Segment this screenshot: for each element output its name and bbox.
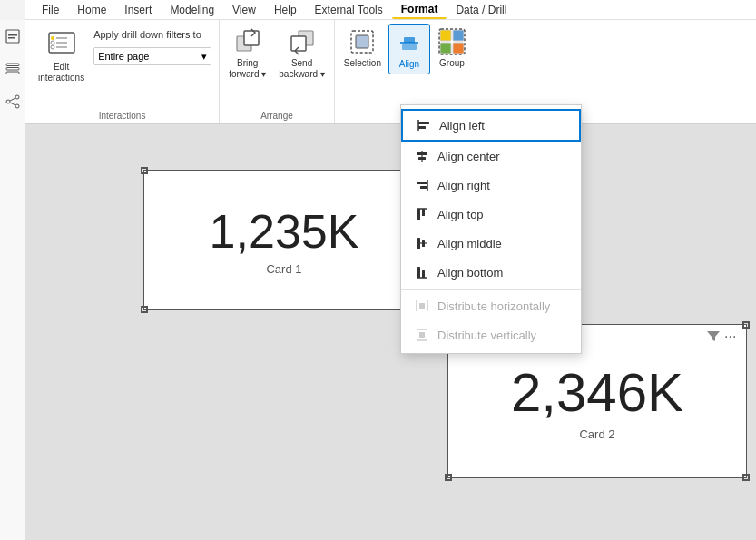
align-icon: [395, 28, 424, 57]
svg-point-8: [15, 104, 19, 108]
svg-point-6: [6, 100, 10, 103]
card1-label: Card 1: [266, 262, 301, 276]
menu-file[interactable]: File: [33, 2, 68, 18]
align-button[interactable]: Align: [388, 24, 430, 74]
handle-tl: [141, 167, 148, 174]
svg-rect-2: [8, 37, 15, 39]
align-bottom-item[interactable]: Align bottom: [401, 258, 581, 287]
svg-rect-4: [6, 68, 19, 71]
bring-forward-button[interactable]: Bringforward ▾: [223, 24, 271, 83]
menu-insert[interactable]: Insert: [115, 2, 161, 18]
distribute-v-label: Distribute vertically: [437, 329, 536, 342]
card1[interactable]: 1,235K Card 1: [143, 170, 425, 310]
svg-point-15: [51, 41, 54, 44]
arrange-label: Arrange: [223, 111, 330, 123]
svg-rect-45: [420, 186, 427, 189]
apply-drill-text: Apply drill down filters to: [93, 29, 211, 41]
align-left-item[interactable]: Align left: [401, 109, 581, 142]
svg-rect-27: [440, 30, 451, 41]
align-top-label: Align top: [437, 208, 484, 221]
svg-rect-38: [418, 126, 426, 129]
distribute-h-icon: [414, 298, 430, 314]
align-bottom-label: Align bottom: [437, 266, 503, 280]
handle-bl: [141, 306, 148, 313]
svg-rect-42: [418, 157, 426, 160]
sidebar-icon-report[interactable]: [4, 27, 22, 45]
card2-filter-icon[interactable]: [706, 329, 721, 343]
canvas[interactable]: 1,235K Card 1 2,346K Card 2 ···: [25, 124, 756, 540]
align-top-item[interactable]: Align top: [401, 200, 581, 229]
svg-rect-37: [418, 122, 429, 124]
svg-rect-30: [453, 43, 464, 54]
card2-value: 2,346K: [511, 361, 683, 424]
svg-rect-29: [440, 43, 451, 54]
arrange-section: Bringforward ▾ Sendbackward ▾ Arrange: [220, 20, 335, 123]
svg-point-7: [15, 95, 19, 99]
send-backward-label: Sendbackward ▾: [279, 58, 325, 80]
group-icon: [437, 27, 466, 56]
card2-more-options[interactable]: ···: [724, 329, 736, 345]
interactions-label: Interactions: [33, 111, 211, 123]
menu-external-tools[interactable]: External Tools: [306, 2, 392, 18]
align-bottom-icon: [414, 264, 430, 280]
svg-rect-0: [6, 30, 19, 43]
svg-rect-26: [402, 44, 417, 50]
edit-interactions-button[interactable]: Edit interactions: [33, 24, 90, 87]
svg-rect-41: [417, 152, 427, 155]
bring-forward-label: Bringforward ▾: [229, 58, 266, 80]
align-right-item[interactable]: Align right: [401, 171, 581, 200]
align-dropdown: Align left Align center Align right: [400, 104, 582, 354]
align-left-label: Align left: [439, 119, 485, 133]
align-right-icon: [414, 177, 430, 193]
svg-rect-60: [419, 332, 425, 338]
send-backward-button[interactable]: Sendbackward ▾: [273, 24, 330, 83]
handle-bl-2: [445, 474, 452, 481]
svg-rect-44: [417, 182, 427, 184]
selection-icon: [348, 27, 377, 56]
align-left-icon: [416, 117, 432, 133]
menu-help[interactable]: Help: [265, 2, 306, 18]
svg-rect-50: [417, 238, 420, 249]
handle-tr-2: [742, 321, 750, 329]
svg-rect-23: [356, 35, 368, 48]
svg-rect-1: [8, 34, 17, 36]
align-center-item[interactable]: Align center: [401, 142, 581, 171]
send-backward-icon: [288, 27, 317, 56]
card1-value: 1,235K: [210, 204, 359, 259]
drill-input[interactable]: Entire page ▾: [93, 47, 211, 65]
interactions-section: Edit interactions Apply drill down filte…: [25, 20, 220, 123]
svg-rect-57: [419, 303, 425, 309]
sidebar-icon-data[interactable]: [4, 60, 22, 78]
dropdown-separator: [401, 289, 581, 290]
menu-modeling[interactable]: Modeling: [161, 2, 223, 18]
distribute-v-icon: [414, 327, 430, 343]
menu-format[interactable]: Format: [392, 1, 447, 19]
distribute-v-item: Distribute vertically: [401, 320, 581, 349]
svg-rect-19: [244, 31, 259, 45]
menu-data-drill[interactable]: Data / Drill: [447, 2, 515, 18]
svg-rect-47: [417, 209, 420, 220]
edit-interactions-icon: [45, 27, 78, 60]
align-top-icon: [414, 206, 430, 222]
group-button[interactable]: Group: [432, 24, 472, 73]
align-middle-item[interactable]: Align middle: [401, 229, 581, 258]
drill-chevron-icon: ▾: [201, 51, 207, 63]
selection-button[interactable]: Selection: [339, 24, 387, 73]
sidebar: [0, 20, 25, 540]
svg-line-10: [10, 103, 15, 105]
svg-point-14: [51, 36, 54, 40]
align-right-label: Align right: [437, 179, 490, 192]
edit-interactions-label: Edit interactions: [38, 62, 84, 83]
svg-point-16: [51, 45, 54, 49]
selection-label: Selection: [344, 58, 381, 69]
main-content: Power BI Best Practices Volu…nd Visualiz…: [25, 124, 756, 540]
distribute-h-label: Distribute horizontally: [437, 299, 550, 313]
svg-rect-28: [453, 30, 464, 41]
menu-home[interactable]: Home: [68, 2, 115, 18]
bring-forward-icon: [233, 27, 262, 56]
menu-view[interactable]: View: [223, 2, 265, 18]
svg-rect-3: [6, 64, 19, 66]
sidebar-icon-model[interactable]: [4, 93, 22, 111]
svg-rect-54: [422, 270, 425, 278]
svg-rect-51: [422, 240, 425, 247]
